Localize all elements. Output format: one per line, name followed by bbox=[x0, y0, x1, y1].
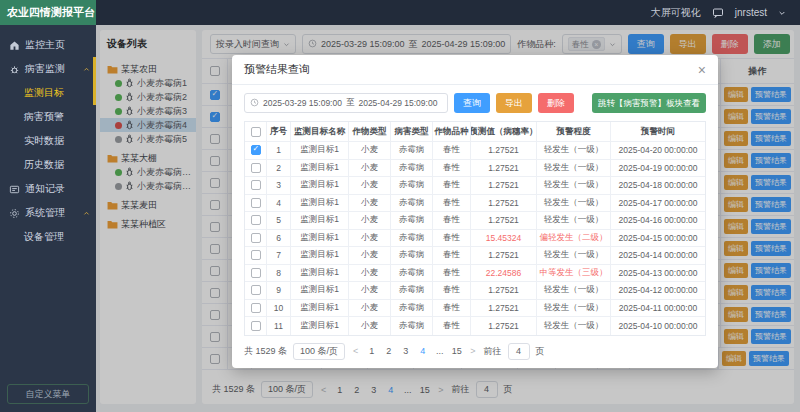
chevron-up-icon bbox=[83, 210, 90, 217]
username[interactable]: jnrstest bbox=[735, 7, 767, 18]
app-root: 农业四情测报平台 大屏可视化 jnrstest 监控主页 病害监测 监测目标 bbox=[0, 0, 800, 412]
page-number[interactable]: 15 bbox=[451, 346, 462, 356]
row-checkbox[interactable] bbox=[251, 268, 261, 278]
modal-filter-bar: 2025-03-29 15:09:00 至 2025-04-29 15:09:0… bbox=[232, 85, 718, 119]
select-all-checkbox[interactable] bbox=[251, 127, 261, 137]
custom-menu-button[interactable]: 自定义菜单 bbox=[7, 384, 89, 404]
row-checkbox[interactable] bbox=[251, 163, 261, 173]
row-checkbox[interactable] bbox=[251, 285, 261, 295]
goto-label: 前往 bbox=[484, 345, 502, 358]
prev-page-button[interactable]: < bbox=[351, 346, 360, 356]
row-checkbox[interactable] bbox=[251, 215, 261, 225]
app-logo: 农业四情测报平台 bbox=[0, 0, 96, 25]
goto-page-input[interactable]: 4 bbox=[508, 343, 530, 360]
sidebar-item-history-data[interactable]: 历史数据 bbox=[0, 153, 96, 177]
gear-icon bbox=[9, 208, 20, 219]
row-checkbox[interactable] bbox=[251, 145, 261, 155]
row-checkbox[interactable] bbox=[251, 250, 261, 260]
sidebar-item-system-manage[interactable]: 系统管理 bbox=[0, 201, 96, 225]
modal-table-row[interactable]: 11 监测目标1 小麦 赤霉病 春性 1.27521 轻发生（一级） 2025-… bbox=[245, 317, 705, 335]
chevron-down-icon[interactable] bbox=[778, 9, 786, 17]
sidebar-item-monitor-target[interactable]: 监测目标 bbox=[0, 81, 96, 105]
row-checkbox[interactable] bbox=[251, 321, 261, 331]
modal-table-row[interactable]: 3 监测目标1 小麦 赤霉病 春性 1.27521 轻发生（一级） 2025-0… bbox=[245, 177, 705, 195]
row-checkbox[interactable] bbox=[251, 198, 261, 208]
modal-table-row[interactable]: 4 监测目标1 小麦 赤霉病 春性 1.27521 轻发生（一级） 2025-0… bbox=[245, 195, 705, 213]
page-number[interactable]: 3 bbox=[400, 346, 411, 356]
modal-table-row[interactable]: 6 监测目标1 小麦 赤霉病 春性 15.45324 偏轻发生（二级） 2025… bbox=[245, 230, 705, 248]
modal-date-range-picker[interactable]: 2025-03-29 15:09:00 至 2025-04-29 15:09:0… bbox=[244, 93, 448, 113]
sidebar-item-notice-record[interactable]: 通知记录 bbox=[0, 177, 96, 201]
bug-icon bbox=[9, 64, 20, 75]
modal-delete-button[interactable]: 删除 bbox=[538, 93, 574, 113]
message-icon[interactable] bbox=[712, 7, 724, 19]
row-checkbox[interactable] bbox=[251, 233, 261, 243]
page-number-current[interactable]: 4 bbox=[417, 346, 428, 356]
modal-header: 预警结果查询 × bbox=[232, 55, 718, 85]
home-icon bbox=[9, 40, 20, 51]
page-size-select[interactable]: 100 条/页 bbox=[293, 343, 345, 360]
modal-table-row[interactable]: 9 监测目标1 小麦 赤霉病 春性 1.27521 轻发生（一级） 2025-0… bbox=[245, 282, 705, 300]
close-icon[interactable]: × bbox=[698, 63, 706, 77]
modal-pagination: 共 1529 条 100 条/页 < 1 2 3 4 ... 15 > 前往 4… bbox=[232, 336, 718, 368]
sidebar-item-device-manage[interactable]: 设备管理 bbox=[0, 225, 96, 249]
jump-to-disease-warning-button[interactable]: 跳转【病害预警】板块查看 bbox=[592, 93, 706, 113]
modal-table: 序号 监测目标名称 作物类型 病害类型 作物品种 预测值（病穗率） 预警程度 预… bbox=[244, 121, 706, 336]
warning-result-modal: 预警结果查询 × 2025-03-29 15:09:00 至 2025-04-2… bbox=[232, 55, 718, 368]
modal-table-row[interactable]: 5 监测目标1 小麦 赤霉病 春性 1.27521 轻发生（一级） 2025-0… bbox=[245, 212, 705, 230]
sidebar: 监控主页 病害监测 监测目标 病害预警 实时数据 历史数据 通知记录 系统管理 … bbox=[0, 25, 96, 412]
modal-table-row[interactable]: 2 监测目标1 小麦 赤霉病 春性 1.27521 轻发生（一级） 2025-0… bbox=[245, 160, 705, 178]
sidebar-item-realtime-data[interactable]: 实时数据 bbox=[0, 129, 96, 153]
row-checkbox[interactable] bbox=[251, 303, 261, 313]
row-checkbox[interactable] bbox=[251, 180, 261, 190]
next-page-button[interactable]: > bbox=[468, 346, 477, 356]
total-count: 共 1529 条 bbox=[244, 345, 287, 358]
modal-table-row[interactable]: 1 监测目标1 小麦 赤霉病 春性 1.27521 轻发生（一级） 2025-0… bbox=[245, 142, 705, 160]
sidebar-item-disease-monitor[interactable]: 病害监测 bbox=[0, 57, 96, 81]
modal-export-button[interactable]: 导出 bbox=[496, 93, 532, 113]
page-ellipsis[interactable]: ... bbox=[434, 346, 445, 356]
modal-table-row[interactable]: 10 监测目标1 小麦 赤霉病 春性 1.27521 轻发生（一级） 2025-… bbox=[245, 300, 705, 318]
notice-icon bbox=[9, 184, 20, 195]
clock-icon bbox=[250, 98, 259, 109]
modal-table-header: 序号 监测目标名称 作物类型 病害类型 作物品种 预测值（病穗率） 预警程度 预… bbox=[245, 122, 705, 142]
visualization-link[interactable]: 大屏可视化 bbox=[651, 6, 701, 20]
sidebar-item-monitor-home[interactable]: 监控主页 bbox=[0, 33, 96, 57]
chevron-up-icon bbox=[83, 66, 90, 73]
modal-search-button[interactable]: 查询 bbox=[454, 93, 490, 113]
app-header: 农业四情测报平台 大屏可视化 jnrstest bbox=[0, 0, 800, 25]
page-number[interactable]: 2 bbox=[383, 346, 394, 356]
modal-table-row[interactable]: 7 监测目标1 小麦 赤霉病 春性 1.27521 轻发生（一级） 2025-0… bbox=[245, 247, 705, 265]
modal-table-row[interactable]: 8 监测目标1 小麦 赤霉病 春性 22.24586 中等发生（三级） 2025… bbox=[245, 265, 705, 283]
page-unit-label: 页 bbox=[536, 345, 545, 358]
page-number[interactable]: 1 bbox=[366, 346, 377, 356]
sidebar-item-disease-warning[interactable]: 病害预警 bbox=[0, 105, 96, 129]
modal-title: 预警结果查询 bbox=[244, 62, 310, 77]
